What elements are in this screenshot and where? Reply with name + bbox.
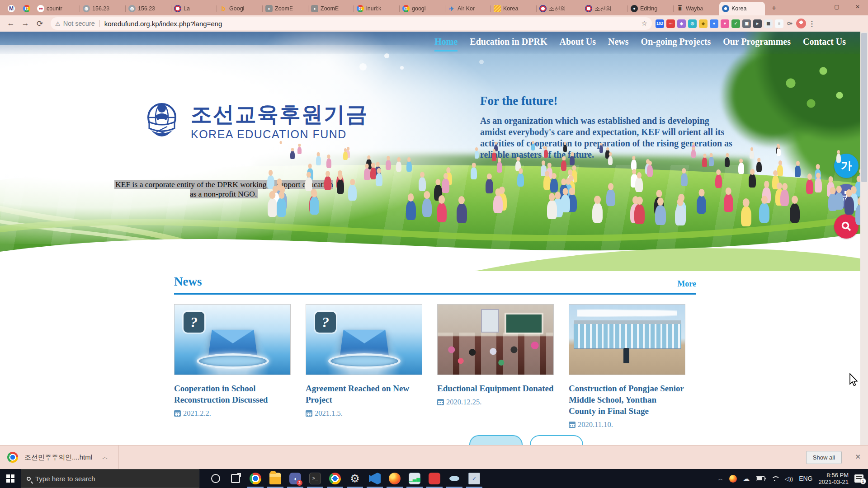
news-card[interactable]: Cooperation in School Reconstruction Dis… (174, 304, 291, 429)
tab-close-icon[interactable] (527, 5, 534, 12)
tab-close-icon[interactable] (161, 5, 169, 12)
onedrive-cloud-icon[interactable]: ☁ (743, 474, 750, 483)
news-card-image[interactable] (306, 304, 422, 375)
back-button[interactable]: ← (5, 17, 17, 30)
news-more-link[interactable]: More (677, 279, 696, 289)
tab-close-icon[interactable] (755, 5, 762, 12)
chrome-taskbar-icon[interactable] (245, 469, 265, 488)
close-button[interactable]: ✕ (847, 0, 868, 14)
tab-close-icon[interactable] (207, 5, 214, 12)
pink-extension-icon[interactable]: ♥ (721, 19, 729, 28)
url-text[interactable]: koredufund.org.kp/index.php?lang=eng (104, 20, 639, 28)
news-card-image[interactable] (437, 304, 554, 375)
browser-tab[interactable]: b Googl (217, 2, 263, 15)
file-explorer-icon[interactable] (265, 469, 285, 488)
settings-gear-icon[interactable]: ⚙ (345, 469, 365, 488)
news-card-title[interactable]: Construction of Pongjae Senior Middle Sc… (569, 383, 685, 417)
firefox-icon[interactable] (385, 469, 405, 488)
nav-item[interactable]: Our Programmes (723, 37, 791, 52)
page-scrollbar[interactable] (860, 32, 868, 445)
tray-chevron-icon[interactable]: ︿ (718, 475, 723, 482)
browser-tab[interactable]: ● ZoomE (308, 2, 354, 15)
yellow-extension-icon[interactable]: ◈ (699, 19, 708, 28)
news-card[interactable]: Eductional Equipment Donated 2020.12.25. (437, 304, 554, 429)
nav-item[interactable]: On-going Projects (641, 37, 711, 52)
tab-close-icon[interactable] (344, 5, 351, 12)
language-indicator[interactable]: ENG (799, 475, 812, 482)
site-search-button[interactable] (834, 214, 859, 239)
maximize-button[interactable]: ▢ (826, 0, 847, 14)
news-card[interactable]: Construction of Pongjae Senior Middle Sc… (569, 304, 685, 429)
eye-app-icon[interactable] (444, 469, 464, 488)
start-button[interactable] (0, 469, 21, 488)
tab-close-icon[interactable] (70, 5, 77, 12)
taskbar-search-input[interactable]: Type here to search (21, 469, 199, 488)
nav-item[interactable]: News (608, 37, 629, 52)
security-label[interactable]: Not secure (63, 20, 95, 27)
tab-close-icon[interactable] (116, 5, 123, 12)
nav-item[interactable]: Education in DPRK (470, 37, 547, 52)
tab-close-icon[interactable] (390, 5, 397, 12)
tab-close-icon[interactable] (253, 5, 260, 12)
browser-tab[interactable]: ⊕ 156.23 (126, 2, 171, 15)
reload-button[interactable]: ⟳ (33, 17, 46, 30)
tab-close-icon[interactable] (298, 5, 306, 12)
browser-tab[interactable]: G inurl:k (354, 2, 400, 15)
media-app-icon[interactable] (425, 469, 444, 488)
vscode-icon[interactable] (365, 469, 385, 488)
download-chevron-icon[interactable]: ︿ (102, 453, 108, 461)
terminal-icon[interactable]: >_ (305, 469, 325, 488)
chrome-profile-2-icon[interactable] (325, 469, 345, 488)
browser-tab[interactable]: Korea (491, 2, 537, 15)
box-extension-icon[interactable]: ▣ (742, 19, 751, 28)
browser-tab[interactable]: 조선의 (537, 2, 582, 15)
wifi-icon[interactable] (771, 476, 779, 482)
volume-icon[interactable]: ◁)) (785, 475, 793, 482)
nav-item[interactable]: About Us (559, 37, 596, 52)
browser-tab[interactable]: ✈ Air Kor (445, 2, 491, 15)
nav-item[interactable]: Home (434, 37, 458, 52)
new-tab-button[interactable]: + (768, 2, 780, 14)
browser-tab[interactable]: ● ZoomE (263, 2, 308, 15)
download-bar-close-icon[interactable]: ✕ (855, 453, 861, 461)
address-bar[interactable]: ⚠ Not secure koredufund.org.kp/index.php… (51, 17, 652, 30)
browser-tab[interactable]: Korea (719, 2, 765, 15)
battery-icon[interactable] (756, 476, 765, 481)
pinned-tab-m[interactable]: M (4, 2, 19, 15)
tab-close-icon[interactable] (481, 5, 488, 12)
green-shield-extension-icon[interactable]: ✓ (731, 19, 740, 28)
news-card-title[interactable]: Agreement Reached on New Project (306, 383, 422, 405)
extensions-puzzle-icon[interactable]: ⚩ (785, 20, 794, 27)
forward-button[interactable]: → (19, 17, 32, 30)
teal-extension-icon[interactable]: ◎ (688, 19, 697, 28)
tab-close-icon[interactable] (435, 5, 443, 12)
news-card[interactable]: Agreement Reached on New Project 2021.1.… (306, 304, 422, 429)
news-card-image[interactable] (569, 304, 685, 375)
chrome-menu-icon[interactable]: ⋮ (808, 19, 816, 28)
site-logo[interactable]: 조선교육후원기금 KOREA EDUCATION FUND (139, 99, 368, 145)
footer-pill-button[interactable] (530, 435, 583, 445)
browser-tab[interactable]: G googl (400, 2, 445, 15)
news-card-image[interactable] (174, 304, 291, 375)
discord-icon[interactable]: ◖ 3 (285, 469, 305, 488)
scrollbar-thumb[interactable] (861, 33, 867, 182)
cortana-icon[interactable] (206, 469, 226, 488)
browser-tab[interactable]: ⊕ 156.23 (80, 2, 126, 15)
show-all-downloads-button[interactable]: Show all (806, 451, 842, 464)
remote-desktop-icon[interactable]: ✓ (464, 469, 484, 488)
cube-extension-icon[interactable]: ◆ (677, 19, 686, 28)
red-menu-extension-icon[interactable]: ⋯ (666, 19, 675, 28)
downloaded-file-name[interactable]: 조선민주주의인....html (24, 453, 92, 462)
browser-tab[interactable]: 조선의 (582, 2, 628, 15)
profile-avatar[interactable] (796, 19, 806, 28)
nav-item[interactable]: Contact Us (803, 37, 846, 52)
browser-tab[interactable]: Ⅲ Wayba (674, 2, 719, 15)
tab-close-icon[interactable] (664, 5, 671, 12)
tab-close-icon[interactable] (618, 5, 625, 12)
notification-center-icon[interactable]: 1 (854, 474, 863, 483)
news-card-title[interactable]: Eductional Equipment Donated (437, 383, 554, 394)
camera-extension-icon[interactable]: ▸ (753, 19, 762, 28)
minimize-button[interactable]: — (806, 0, 826, 14)
footer-pill-button[interactable] (469, 435, 523, 445)
news-card-title[interactable]: Cooperation in School Reconstruction Dis… (174, 383, 291, 405)
